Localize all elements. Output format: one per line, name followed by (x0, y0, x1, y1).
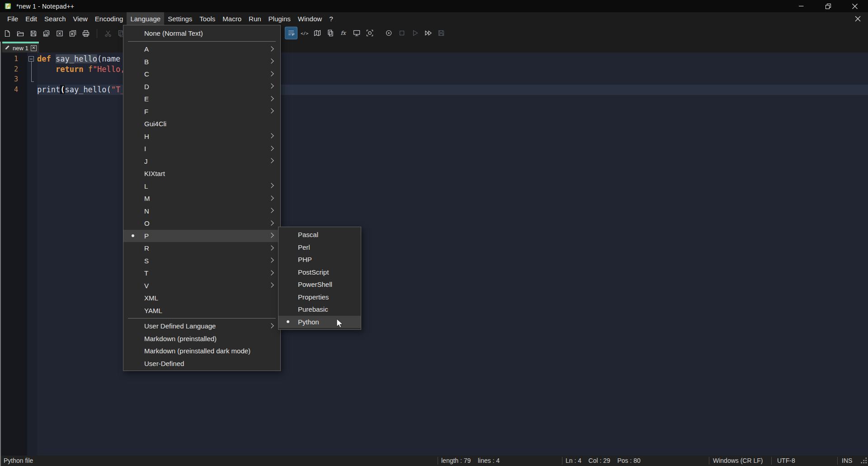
submenu-arrow-icon (269, 59, 274, 64)
focus-view-icon (366, 29, 374, 37)
close-button[interactable] (841, 0, 868, 12)
menubar-item-search[interactable]: Search (41, 12, 70, 25)
focus-view-button[interactable] (366, 29, 374, 37)
line-number: 4 (0, 85, 18, 95)
close-all-documents-button[interactable] (69, 29, 77, 38)
document-list-button[interactable] (326, 29, 335, 37)
menu-item-label: N (144, 207, 149, 215)
save-all-button[interactable] (42, 29, 51, 38)
menu-bar: FileEditSearchViewEncodingLanguageSettin… (0, 12, 868, 25)
menu-item-label: M (144, 195, 150, 202)
save-button[interactable] (29, 29, 38, 38)
menu-item-label: J (144, 157, 148, 165)
language-menu-item-yaml[interactable]: YAML (123, 304, 280, 317)
code-token: ( (60, 85, 65, 94)
new-file-icon (3, 29, 11, 38)
language-menu-item-kixtart[interactable]: KIXtart (123, 167, 280, 180)
language-menu-item-r[interactable]: R (123, 242, 280, 255)
language-menu-item-a[interactable]: A (123, 43, 280, 56)
p-submenu-item-powershell[interactable]: PowerShell (278, 278, 361, 291)
tab-close-icon[interactable]: ✕ (31, 45, 37, 51)
menubar-item-file[interactable]: File (4, 12, 22, 25)
open-file-button[interactable] (16, 29, 24, 38)
start-recording-button[interactable] (385, 29, 393, 37)
menu-item-label: PowerShell (298, 281, 332, 288)
menubar-item-edit[interactable]: Edit (22, 12, 41, 25)
language-menu-item-user-defined-language[interactable]: User Defined Language (123, 320, 280, 333)
tab-new-1[interactable]: new 1 ✕ (2, 42, 39, 52)
playback-macro-button[interactable] (411, 29, 419, 37)
p-submenu-item-php[interactable]: PHP (278, 253, 361, 266)
menubar-item-language[interactable]: Language (127, 12, 164, 25)
language-menu-item-none-normal-text[interactable]: None (Normal Text) (123, 26, 280, 40)
language-menu-item-f[interactable]: F (123, 105, 280, 118)
menubar-close-icon[interactable] (855, 12, 861, 25)
run-macro-multiple-times-button[interactable] (424, 29, 432, 37)
p-submenu-item-properties[interactable]: Properties (278, 291, 361, 304)
p-submenu-item-purebasic[interactable]: Purebasic (278, 303, 361, 316)
menu-item-label: H (144, 133, 149, 140)
fold-collapse-icon[interactable] (28, 56, 34, 62)
language-menu-item-n[interactable]: N (123, 205, 280, 218)
monitoring-button[interactable] (353, 29, 361, 37)
minimize-button[interactable] (788, 0, 815, 12)
language-menu-item-c[interactable]: C (123, 68, 280, 81)
save-recorded-macro-button[interactable] (437, 29, 445, 37)
menubar-item-run[interactable]: Run (245, 12, 265, 25)
restore-button[interactable] (815, 0, 841, 12)
menubar-item-item[interactable]: ? (326, 12, 336, 25)
language-menu-item-h[interactable]: H (123, 130, 280, 143)
language-menu-item-l[interactable]: L (123, 180, 280, 193)
menubar-item-window[interactable]: Window (294, 12, 326, 25)
language-menu-item-gui4cli[interactable]: Gui4Cli (123, 118, 280, 130)
language-menu-item-xml[interactable]: XML (123, 292, 280, 304)
p-submenu-item-pascal[interactable]: Pascal (278, 228, 361, 241)
menu-item-label: F (144, 108, 148, 115)
start-recording-icon (385, 29, 393, 37)
language-menu-item-d[interactable]: D (123, 81, 280, 93)
language-menu-item-o[interactable]: O (123, 217, 280, 230)
menu-item-label: User-Defined (144, 360, 184, 367)
stop-recording-button[interactable] (398, 29, 406, 37)
document-map-button[interactable] (313, 29, 321, 37)
language-menu-item-p[interactable]: P (123, 230, 280, 243)
language-menu-item-i[interactable]: I (123, 143, 280, 155)
language-menu-item-s[interactable]: S (123, 255, 280, 267)
language-menu-item-m[interactable]: M (123, 192, 280, 205)
menubar-item-settings[interactable]: Settings (164, 12, 196, 25)
language-menu-item-t[interactable]: T (123, 267, 280, 280)
menubar-item-macro[interactable]: Macro (219, 12, 245, 25)
show-all-characters-button[interactable]: </> (300, 29, 308, 37)
language-menu-item-v[interactable]: V (123, 280, 280, 292)
p-submenu-item-perl[interactable]: Perl (278, 241, 361, 254)
p-submenu-item-postscript[interactable]: PostScript (278, 266, 361, 279)
menubar-item-tools[interactable]: Tools (196, 12, 219, 25)
status-separator (438, 457, 438, 465)
submenu-arrow-icon (269, 158, 274, 163)
language-menu-item-markdown-preinstalled[interactable]: Markdown (preinstalled) (123, 333, 280, 345)
language-menu-item-markdown-preinstalled-dark-mode[interactable]: Markdown (preinstalled dark mode) (123, 345, 280, 357)
line-number: 2 (0, 64, 18, 75)
language-menu-item-j[interactable]: J (123, 155, 280, 168)
new-file-button[interactable] (3, 29, 11, 38)
close-document-button[interactable] (56, 29, 64, 38)
submenu-arrow-icon (269, 270, 274, 275)
menubar-item-view[interactable]: View (70, 12, 91, 25)
status-eol-format: Windows (CR LF) (713, 456, 763, 466)
word-wrap-button[interactable] (287, 29, 295, 37)
menu-item-label: User Defined Language (144, 322, 216, 330)
cut-button[interactable] (104, 29, 112, 38)
resize-grip[interactable] (861, 457, 867, 465)
menubar-item-encoding[interactable]: Encoding (91, 12, 127, 25)
p-submenu-item-python[interactable]: Python (278, 316, 361, 328)
submenu-arrow-icon (269, 233, 274, 238)
language-menu-item-user-defined[interactable]: User-Defined (123, 357, 280, 370)
submenu-arrow-icon (269, 146, 274, 151)
menu-item-label: C (144, 70, 149, 78)
print-button[interactable] (82, 29, 90, 38)
window-title: *new 1 - Notepad++ (16, 3, 74, 10)
function-list-button[interactable]: fx (340, 29, 348, 37)
language-menu-item-b[interactable]: B (123, 56, 280, 68)
language-menu-item-e[interactable]: E (123, 93, 280, 105)
menubar-item-plugins[interactable]: Plugins (265, 12, 294, 25)
